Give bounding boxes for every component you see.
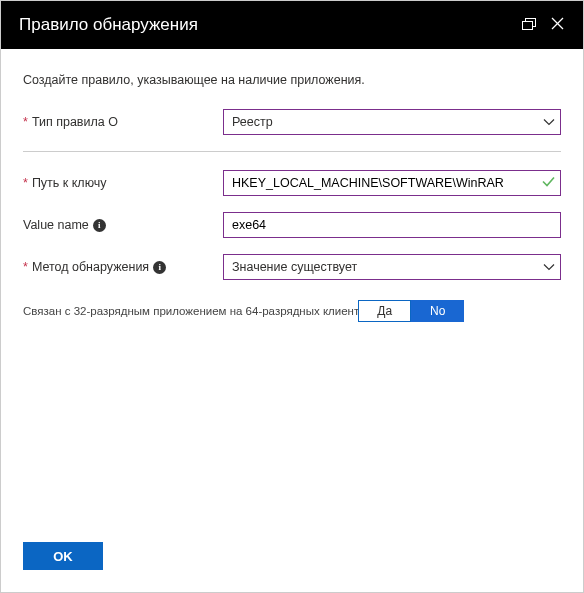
dialog-header: Правило обнаружения	[1, 1, 583, 49]
label-bitness: Связан с 32-разрядным приложением на 64-…	[23, 305, 371, 317]
info-icon[interactable]: i	[153, 261, 166, 274]
required-marker: *	[23, 260, 28, 274]
toggle-yes-button[interactable]: Да	[358, 300, 411, 322]
toggle-no-button[interactable]: No	[411, 300, 464, 322]
restore-icon	[522, 18, 536, 33]
label-detect-method: * Метод обнаружения i	[23, 260, 223, 274]
label-rule-type: * Тип правила O	[23, 115, 223, 129]
dialog-content: Создайте правило, указывающее на наличие…	[1, 49, 583, 530]
required-marker: *	[23, 176, 28, 190]
detect-method-select[interactable]: Значение существует	[223, 254, 561, 280]
rule-type-select[interactable]: Реестр	[223, 109, 561, 135]
dialog-title: Правило обнаружения	[19, 15, 515, 35]
svg-rect-1	[523, 21, 533, 29]
checkmark-icon	[542, 176, 555, 191]
field-row-key-path: * Путь к ключу	[23, 170, 561, 196]
label-text: Метод обнаружения	[32, 260, 149, 274]
select-value: Значение существует	[232, 260, 357, 274]
field-row-rule-type: * Тип правила O Реестр	[23, 109, 561, 135]
dialog-footer: OK	[1, 530, 583, 592]
field-row-bitness: Связан с 32-разрядным приложением на 64-…	[23, 300, 561, 322]
info-icon[interactable]: i	[93, 219, 106, 232]
ok-button[interactable]: OK	[23, 542, 103, 570]
label-text: Тип правила O	[32, 115, 118, 129]
section-divider	[23, 151, 561, 152]
close-icon	[551, 17, 564, 33]
close-button[interactable]	[543, 11, 571, 39]
key-path-input[interactable]	[223, 170, 561, 196]
label-text: Путь к ключу	[32, 176, 107, 190]
bitness-toggle: Да No	[358, 300, 464, 322]
label-text: Value name	[23, 218, 89, 232]
field-row-value-name: Value name i	[23, 212, 561, 238]
restore-button[interactable]	[515, 11, 543, 39]
label-value-name: Value name i	[23, 218, 223, 232]
value-name-input[interactable]	[223, 212, 561, 238]
label-key-path: * Путь к ключу	[23, 176, 223, 190]
intro-text: Создайте правило, указывающее на наличие…	[23, 73, 561, 87]
required-marker: *	[23, 115, 28, 129]
select-value: Реестр	[232, 115, 273, 129]
field-row-detect-method: * Метод обнаружения i Значение существуе…	[23, 254, 561, 280]
